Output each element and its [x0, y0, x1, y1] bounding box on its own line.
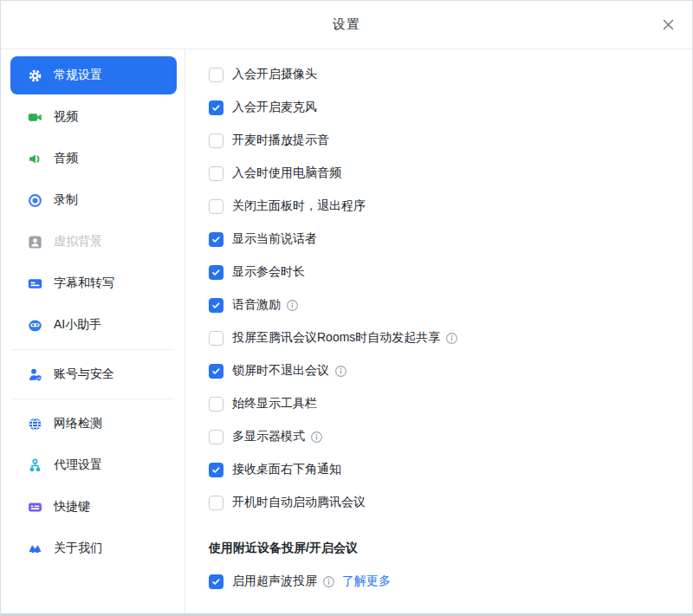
caption-icon [28, 276, 42, 291]
setting-label: 锁屏时不退出会议 [232, 363, 329, 379]
setting-label: 显示参会时长 [232, 264, 305, 280]
setting-row: 入会时使用电脑音频 [209, 157, 675, 190]
checkbox-checked[interactable] [209, 298, 223, 313]
setting-row: 语音激励 [209, 289, 675, 321]
checkbox-checked[interactable] [209, 101, 223, 115]
gear-icon [28, 68, 42, 83]
sidebar-item-ai-assistant[interactable]: AI小助手 [1, 304, 185, 346]
sidebar-item-proxy-network[interactable]: 代理设置 [1, 444, 185, 486]
checkbox-unchecked[interactable] [209, 397, 223, 412]
sidebar-item-globe[interactable]: 网络检测 [1, 403, 185, 444]
window-title: 设置 [333, 16, 360, 33]
sidebar-item-label: 录制 [54, 192, 78, 208]
sidebar-item-account-security[interactable]: 账号与安全 [1, 353, 185, 395]
checkbox-checked[interactable] [209, 364, 223, 379]
keyboard-icon [28, 500, 42, 515]
setting-label: 关闭主面板时，退出程序 [232, 198, 366, 214]
info-icon[interactable] [286, 299, 299, 312]
setting-row: 开麦时播放提示音 [209, 124, 675, 157]
ai-assistant-icon [28, 318, 42, 333]
setting-label: 接收桌面右下角通知 [232, 462, 341, 477]
setting-row: 接收桌面右下角通知 [209, 453, 675, 486]
sidebar-item-speaker[interactable]: 音频 [1, 138, 185, 179]
sidebar-item-record[interactable]: 录制 [1, 179, 185, 221]
setting-row: 显示参会时长 [209, 256, 675, 289]
sidebar-item-caption[interactable]: 字幕和转写 [1, 263, 185, 304]
setting-label: 启用超声波投屏 [232, 574, 317, 589]
dialog-body: 常规设置 视频 音频 录制 虚拟背景 字幕和转写 AI小助手 账号与安全 网络检… [1, 49, 692, 613]
checkbox-unchecked[interactable] [209, 166, 223, 181]
sidebar-item-label: 账号与安全 [54, 366, 114, 382]
setting-row: 启用超声波投屏 了解更多 [209, 565, 675, 598]
sidebar-item-label: 字幕和转写 [54, 276, 114, 291]
meeting-logo-icon [28, 541, 42, 556]
info-icon[interactable] [322, 575, 335, 588]
speaker-icon [28, 152, 42, 166]
setting-label: 开机时自动启动腾讯会议 [232, 495, 366, 510]
setting-label: 投屏至腾讯会议Rooms时自动发起共享 [232, 330, 440, 346]
close-button[interactable] [656, 13, 680, 37]
info-icon[interactable] [334, 365, 347, 378]
account-security-icon [28, 367, 42, 382]
globe-icon [28, 417, 42, 431]
checkbox-checked[interactable] [209, 463, 223, 477]
setting-row: 锁屏时不退出会议 [209, 354, 675, 387]
checkbox-unchecked[interactable] [209, 68, 223, 82]
sidebar-divider [11, 349, 174, 350]
setting-label: 入会开启摄像头 [232, 67, 317, 82]
sidebar-item-label: 视频 [54, 109, 78, 125]
sidebar-item-gear[interactable]: 常规设置 [10, 56, 177, 94]
learn-more-link[interactable]: 了解更多 [342, 574, 391, 589]
video-camera-icon [28, 110, 42, 125]
setting-label: 始终显示工具栏 [232, 396, 317, 412]
checkbox-unchecked[interactable] [209, 331, 223, 346]
setting-row: 投屏至腾讯会议Rooms时自动发起共享 [209, 321, 675, 354]
sidebar-item-keyboard[interactable]: 快捷键 [1, 486, 185, 528]
setting-row: 显示当前说话者 [209, 223, 675, 256]
sidebar-item-virtual-background: 虚拟背景 [1, 221, 185, 263]
info-icon[interactable] [445, 332, 458, 345]
setting-label: 入会时使用电脑音频 [232, 165, 341, 181]
checkbox-checked[interactable] [209, 232, 223, 247]
setting-label: 入会开启麦克风 [232, 100, 317, 115]
setting-label: 多显示器模式 [232, 429, 305, 444]
checkbox-unchecked[interactable] [209, 199, 223, 214]
sidebar-item-label: 快捷键 [54, 499, 90, 515]
proxy-network-icon [28, 458, 42, 473]
settings-window: 设置 常规设置 视频 音频 录制 虚拟背景 字幕和转写 AI小助手 账号与安全 [0, 0, 693, 616]
info-icon[interactable] [310, 431, 323, 444]
sidebar-item-label: 音频 [54, 151, 78, 166]
sidebar-item-label: 关于我们 [54, 541, 102, 556]
sidebar-item-label: 常规设置 [54, 68, 102, 83]
setting-row: 始终显示工具栏 [209, 387, 675, 420]
sidebar-item-label: 虚拟背景 [54, 234, 102, 250]
setting-row: 开机时自动启动腾讯会议 [209, 486, 675, 519]
setting-row: 关闭主面板时，退出程序 [209, 190, 675, 223]
sidebar-item-label: AI小助手 [54, 317, 101, 333]
general-settings-panel: 入会开启摄像头 入会开启麦克风开麦时播放提示音入会时使用电脑音频关闭主面板时，退… [185, 49, 692, 613]
setting-row: 入会开启摄像头 [209, 58, 675, 91]
sidebar-divider [11, 399, 174, 399]
checkbox-unchecked[interactable] [209, 133, 223, 148]
checkbox-unchecked[interactable] [209, 496, 223, 510]
close-icon [663, 19, 674, 30]
virtual-background-icon [28, 235, 42, 250]
setting-row: 多显示器模式 [209, 420, 675, 453]
record-icon [28, 193, 42, 208]
sidebar-item-label: 网络检测 [54, 416, 102, 431]
setting-label: 语音激励 [232, 297, 281, 313]
sidebar-item-label: 代理设置 [54, 457, 102, 473]
titlebar: 设置 [1, 1, 692, 49]
setting-row: 入会开启麦克风 [209, 91, 675, 124]
setting-label: 开麦时播放提示音 [232, 133, 329, 148]
sidebar-item-video-camera[interactable]: 视频 [1, 96, 185, 138]
checkbox-checked[interactable] [209, 574, 223, 589]
checkbox-checked[interactable] [209, 265, 223, 280]
setting-label: 显示当前说话者 [232, 231, 317, 247]
sidebar-item-meeting-logo[interactable]: 关于我们 [1, 528, 185, 569]
nearby-devices-section-heading: 使用附近设备投屏/开启会议 [209, 532, 675, 565]
checkbox-unchecked[interactable] [209, 430, 223, 444]
settings-sidebar: 常规设置 视频 音频 录制 虚拟背景 字幕和转写 AI小助手 账号与安全 网络检… [1, 49, 185, 613]
